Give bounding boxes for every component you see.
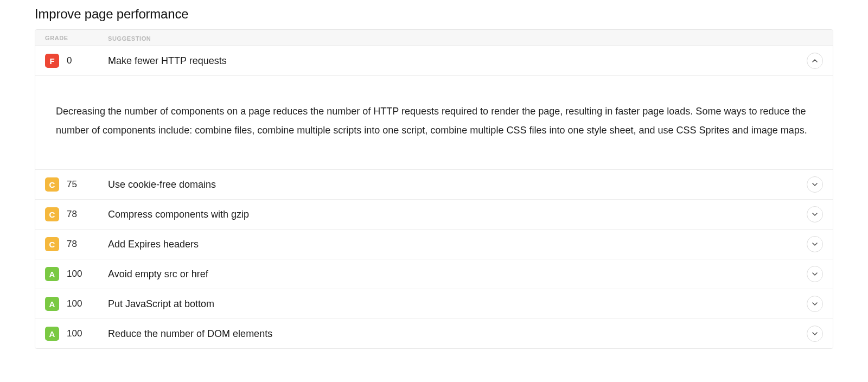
grade-score: 100 [67,328,82,339]
page-title: Improve page performance [35,7,833,22]
grade-score: 78 [67,209,77,220]
toggle-button[interactable] [807,266,823,282]
chevron-down-icon [812,301,818,307]
detail-panel: Decreasing the number of components on a… [35,76,833,170]
suggestion-header: SUGGESTION [108,35,151,42]
grade-cell: C 78 [45,207,108,221]
grade-cell: F 0 [45,54,108,68]
grade-badge: C [45,177,59,192]
grade-score: 75 [67,179,77,190]
grade-score: 100 [67,269,82,279]
chevron-down-icon [812,241,818,247]
table-row[interactable]: A 100 Reduce the number of DOM elements [35,319,833,348]
toggle-button[interactable] [807,296,823,312]
suggestion-text: Make fewer HTTP requests [108,55,807,67]
toggle-button[interactable] [807,53,823,69]
grade-cell: A 100 [45,297,108,311]
grade-cell: C 78 [45,237,108,251]
table-row[interactable]: C 78 Compress components with gzip [35,200,833,230]
suggestion-text: Add Expires headers [108,239,807,250]
grade-cell: A 100 [45,327,108,341]
suggestion-text: Avoid empty src or href [108,269,807,280]
grade-badge: A [45,327,59,341]
chevron-down-icon [812,211,818,218]
chevron-down-icon [812,181,818,188]
grade-badge: A [45,267,59,281]
detail-text: Decreasing the number of components on a… [56,106,807,136]
chevron-down-icon [812,330,818,337]
suggestion-text: Compress components with gzip [108,209,807,220]
toggle-button[interactable] [807,206,823,222]
table-row[interactable]: C 75 Use cookie-free domains [35,170,833,200]
suggestion-text: Use cookie-free domains [108,179,807,190]
grade-cell: A 100 [45,267,108,281]
toggle-button[interactable] [807,326,823,342]
table-row[interactable]: A 100 Avoid empty src or href [35,259,833,289]
chevron-up-icon [812,58,818,64]
grade-badge: C [45,237,59,251]
grade-score: 100 [67,298,82,309]
grade-score: 0 [67,55,72,66]
performance-panel: GRADE SUGGESTION F 0 Make fewer HTTP req… [35,29,833,349]
grade-header: GRADE [45,35,68,41]
table-row[interactable]: F 0 Make fewer HTTP requests [35,46,833,76]
table-row[interactable]: A 100 Put JavaScript at bottom [35,289,833,319]
toggle-button[interactable] [807,176,823,193]
table-row[interactable]: C 78 Add Expires headers [35,230,833,259]
grade-badge: C [45,207,59,221]
toggle-button[interactable] [807,236,823,252]
chevron-down-icon [812,271,818,277]
grade-score: 78 [67,239,77,250]
suggestion-text: Put JavaScript at bottom [108,298,807,310]
grade-badge: A [45,297,59,311]
grade-cell: C 75 [45,177,108,192]
table-header: GRADE SUGGESTION [35,30,833,46]
suggestion-text: Reduce the number of DOM elements [108,328,807,340]
grade-badge: F [45,54,59,68]
